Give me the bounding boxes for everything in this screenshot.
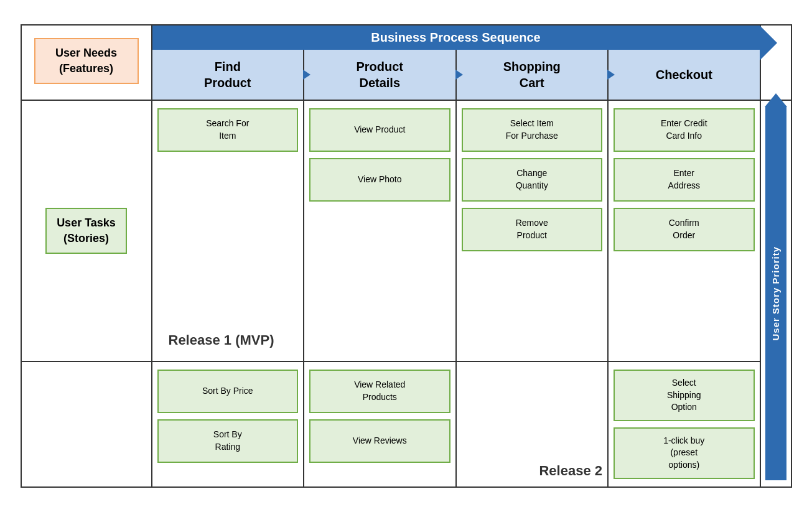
- right-arrow-container: User Story Priority: [760, 101, 791, 486]
- business-process-banner: Business Process Sequence: [152, 26, 760, 50]
- phase-cells: FindProduct ProductDetails ShoppingCart …: [152, 50, 760, 100]
- col-product-details: View Product View Photo View RelatedProd…: [304, 101, 457, 486]
- col4-mvp: Enter CreditCard Info EnterAddress Confi…: [609, 101, 760, 362]
- story-view-photo: View Photo: [309, 158, 450, 202]
- story-remove-product: RemoveProduct: [462, 208, 603, 251]
- phase-shopping-cart: ShoppingCart: [457, 50, 609, 100]
- story-sort-price: Sort By Price: [157, 370, 299, 413]
- story-1click-buy: 1-click buy(presetoptions): [614, 427, 755, 479]
- phase-arrow-2: [455, 70, 463, 80]
- col3-r2: Release 2: [457, 362, 608, 486]
- grid-columns: Search ForItem Release 1 (MVP) Sort By P…: [152, 101, 760, 486]
- story-credit-card: Enter CreditCard Info: [614, 108, 755, 152]
- story-select-item: Select ItemFor Purchase: [462, 108, 603, 152]
- content-area: User Tasks (Stories) Search ForItem Rele…: [22, 101, 791, 486]
- story-confirm-order: ConfirmOrder: [614, 208, 755, 251]
- col-checkout: Enter CreditCard Info EnterAddress Confi…: [609, 101, 760, 486]
- story-change-qty: ChangeQuantity: [462, 158, 603, 202]
- col1-r2: Sort By Price Sort ByRating: [152, 362, 304, 486]
- phase-checkout: Checkout: [609, 50, 760, 100]
- story-shipping: SelectShippingOption: [614, 370, 755, 421]
- story-address: EnterAddress: [614, 158, 755, 202]
- col2-r2: View RelatedProducts View Reviews: [304, 362, 455, 486]
- release1-label: Release 1 (MVP): [159, 326, 284, 355]
- arrow-tip: [765, 93, 786, 107]
- r2-left-cell: [22, 362, 151, 486]
- story-view-related: View RelatedProducts: [309, 370, 450, 413]
- release2-label: Release 2: [539, 463, 602, 479]
- header-area: Business Process Sequence FindProduct Pr…: [152, 26, 760, 101]
- col4-r2: SelectShippingOption 1-click buy(preseto…: [609, 362, 760, 486]
- arrow-label: User Story Priority: [770, 246, 781, 341]
- story-sort-rating: Sort ByRating: [157, 419, 299, 463]
- left-labels: User Tasks (Stories): [22, 101, 152, 486]
- phase-arrow-3: [607, 70, 615, 80]
- phase-arrow-1: [303, 70, 310, 80]
- diagram-container: User Needs (Features) Business Process S…: [21, 24, 792, 488]
- col1-mvp: Search ForItem Release 1 (MVP): [152, 101, 304, 362]
- phase-product-details: ProductDetails: [304, 50, 457, 100]
- user-needs-label: User Needs (Features): [34, 38, 139, 84]
- vertical-arrow: User Story Priority: [765, 107, 786, 480]
- header-row: User Needs (Features) Business Process S…: [22, 26, 791, 101]
- phase-find-product: FindProduct: [152, 50, 305, 100]
- corner-cell: User Needs (Features): [22, 26, 152, 101]
- story-search-item: Search ForItem: [157, 108, 299, 152]
- col3-mvp: Select ItemFor Purchase ChangeQuantity R…: [457, 101, 608, 362]
- story-view-reviews: View Reviews: [309, 419, 450, 463]
- col-shopping-cart: Select ItemFor Purchase ChangeQuantity R…: [457, 101, 609, 486]
- story-view-product: View Product: [309, 108, 450, 152]
- user-tasks-label: User Tasks (Stories): [45, 208, 127, 254]
- col-find-product: Search ForItem Release 1 (MVP) Sort By P…: [152, 101, 305, 486]
- user-tasks-cell: User Tasks (Stories): [22, 101, 151, 362]
- col2-mvp: View Product View Photo: [304, 101, 455, 362]
